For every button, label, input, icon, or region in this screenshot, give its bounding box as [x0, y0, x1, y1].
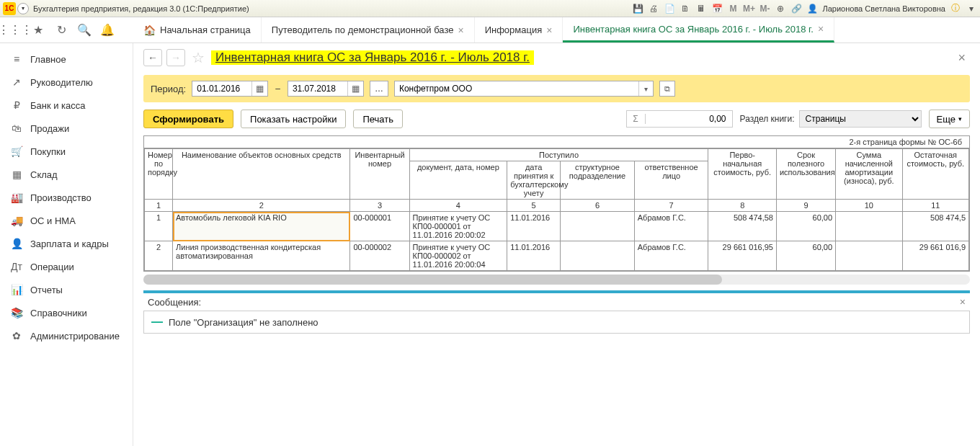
- date-from-field[interactable]: ▦: [192, 81, 268, 97]
- table-cell[interactable]: 60,00: [776, 241, 835, 271]
- dash: –: [274, 84, 282, 94]
- table-cell[interactable]: 2: [145, 241, 173, 271]
- info-icon[interactable]: ⓘ: [950, 3, 961, 14]
- home-icon: 🏠: [143, 24, 156, 36]
- table-cell[interactable]: 00-000001: [350, 212, 409, 241]
- m-minus-button[interactable]: M-: [759, 3, 770, 14]
- sum-input[interactable]: [646, 114, 732, 124]
- tab-info-label: Информация: [485, 24, 543, 35]
- tabs: 🏠 Начальная страница Путеводитель по дем…: [133, 17, 980, 43]
- table-cell[interactable]: 1: [145, 212, 173, 241]
- period-picker-button[interactable]: …: [370, 81, 388, 97]
- table-cell[interactable]: [561, 241, 635, 271]
- table-caption: 2-я страница формы № ОС-6б: [144, 136, 969, 148]
- chevron-down-icon[interactable]: ▾: [638, 81, 653, 96]
- compare-icon[interactable]: 🗎: [680, 3, 691, 14]
- grid-icon[interactable]: ⋮⋮⋮: [9, 24, 22, 37]
- doc-icon[interactable]: 📄: [664, 3, 675, 14]
- sidebar-icon: ▦: [10, 169, 23, 180]
- m-plus-button[interactable]: M+: [743, 3, 754, 14]
- close-icon[interactable]: ×: [818, 23, 824, 35]
- link-icon[interactable]: 🔗: [790, 3, 802, 14]
- calendar-icon[interactable]: ▦: [251, 81, 267, 96]
- print-button[interactable]: Печать: [353, 110, 403, 128]
- more-button[interactable]: Еще ▾: [929, 110, 970, 128]
- section-select[interactable]: Страницы: [799, 110, 922, 128]
- search-icon[interactable]: 🔍: [78, 24, 91, 37]
- sidebar-item-8[interactable]: 👤Зарплата и кадры: [0, 232, 133, 255]
- close-page-button[interactable]: ×: [953, 50, 970, 66]
- table-cell[interactable]: Принятие к учету ОС КП00-000001 от 11.01…: [409, 212, 507, 241]
- table-cell[interactable]: 11.01.2016: [507, 241, 561, 271]
- table-cell[interactable]: Автомобиль легковой KIA RIO: [173, 212, 350, 241]
- favorite-button[interactable]: ☆: [190, 49, 207, 66]
- sidebar-item-7[interactable]: 🚚ОС и НМА: [0, 209, 133, 232]
- close-icon[interactable]: ×: [546, 24, 552, 36]
- sum-field: Σ: [626, 110, 733, 128]
- close-icon[interactable]: ×: [458, 24, 463, 36]
- tab-info[interactable]: Информация ×: [475, 17, 564, 43]
- tab-home-label: Начальная страница: [160, 24, 251, 35]
- sidebar-item-2[interactable]: ₽Банк и касса: [0, 94, 133, 117]
- sidebar-item-9[interactable]: ДтОперации: [0, 255, 133, 278]
- table-cell[interactable]: 60,00: [776, 212, 835, 241]
- sidebar-label: Главное: [30, 54, 66, 65]
- sidebar-item-3[interactable]: 🛍Продажи: [0, 117, 133, 140]
- horizontal-scrollbar[interactable]: [143, 275, 970, 285]
- sidebar-item-4[interactable]: 🛒Покупки: [0, 140, 133, 163]
- table-cell[interactable]: Абрамов Г.С.: [634, 241, 708, 271]
- th-amort: Сумма начисленной амортизации (износа), …: [836, 149, 902, 200]
- sidebar-item-12[interactable]: ✿Администрирование: [0, 324, 133, 347]
- organization-field[interactable]: ▾: [394, 81, 654, 97]
- organization-input[interactable]: [395, 81, 638, 96]
- date-to-field[interactable]: ▦: [288, 81, 364, 97]
- form-button[interactable]: Сформировать: [143, 110, 233, 128]
- zoom-in-icon[interactable]: ⊕: [775, 3, 786, 14]
- calc-icon[interactable]: 🖩: [695, 3, 707, 14]
- date-from-input[interactable]: [192, 81, 251, 96]
- sidebar-item-0[interactable]: ≡Главное: [0, 48, 133, 71]
- nav-back-button[interactable]: ←: [143, 49, 162, 66]
- tab-inventory[interactable]: Инвентарная книга ОС за Январь 2016 г. -…: [563, 17, 834, 43]
- history-icon[interactable]: ↻: [55, 24, 68, 37]
- show-settings-button[interactable]: Показать настройки: [241, 110, 346, 128]
- table-cell[interactable]: [836, 212, 902, 241]
- table-cell[interactable]: [836, 241, 902, 271]
- nav-forward-button[interactable]: →: [166, 49, 185, 66]
- m-button[interactable]: M: [727, 3, 739, 14]
- sidebar-item-1[interactable]: ↗Руководителю: [0, 71, 133, 94]
- calendar-icon[interactable]: 📅: [711, 3, 723, 14]
- org-open-button[interactable]: ⧉: [659, 81, 675, 97]
- star-icon[interactable]: ★: [32, 24, 45, 37]
- th-num: Номер по порядку: [145, 149, 173, 200]
- table-cell[interactable]: [561, 212, 635, 241]
- save-icon[interactable]: 💾: [632, 3, 643, 14]
- table-row[interactable]: 1Автомобиль легковой KIA RIO00-000001При…: [145, 212, 969, 241]
- table-cell[interactable]: 508 474,5: [902, 212, 968, 241]
- close-messages-button[interactable]: ×: [960, 296, 966, 308]
- message-text: Поле "Организация" не заполнено: [169, 317, 318, 328]
- print-icon[interactable]: 🖨: [648, 3, 659, 14]
- calendar-icon[interactable]: ▦: [347, 81, 363, 96]
- app-menu-dropdown[interactable]: ▾: [17, 3, 29, 14]
- sidebar-item-10[interactable]: 📊Отчеты: [0, 278, 133, 301]
- tab-home[interactable]: 🏠 Начальная страница: [133, 17, 262, 43]
- table-cell[interactable]: 508 474,58: [708, 212, 776, 241]
- sidebar-item-11[interactable]: 📚Справочники: [0, 301, 133, 324]
- bell-icon[interactable]: 🔔: [101, 24, 114, 37]
- sidebar-item-5[interactable]: ▦Склад: [0, 163, 133, 186]
- sidebar-item-6[interactable]: 🏭Производство: [0, 186, 133, 209]
- tab-guide-label: Путеводитель по демонстрационной базе: [272, 24, 454, 35]
- table-cell[interactable]: 29 661 016,9: [902, 241, 968, 271]
- table-row[interactable]: 2Линия производственная кондитерская авт…: [145, 241, 969, 271]
- date-to-input[interactable]: [288, 81, 347, 96]
- table-cell[interactable]: Абрамов Г.С.: [634, 212, 708, 241]
- table-cell[interactable]: 11.01.2016: [507, 212, 561, 241]
- table-cell[interactable]: Принятие к учету ОС КП00-000002 от 11.01…: [409, 241, 507, 271]
- menu-dropdown-icon[interactable]: ▾: [966, 3, 977, 14]
- tab-guide[interactable]: Путеводитель по демонстрационной базе ×: [262, 17, 475, 43]
- table-cell[interactable]: 00-000002: [350, 241, 409, 271]
- table-cell[interactable]: 29 661 016,95: [708, 241, 776, 271]
- table-cell[interactable]: Линия производственная кондитерская авто…: [173, 241, 350, 271]
- sidebar-icon: ↗: [10, 76, 23, 88]
